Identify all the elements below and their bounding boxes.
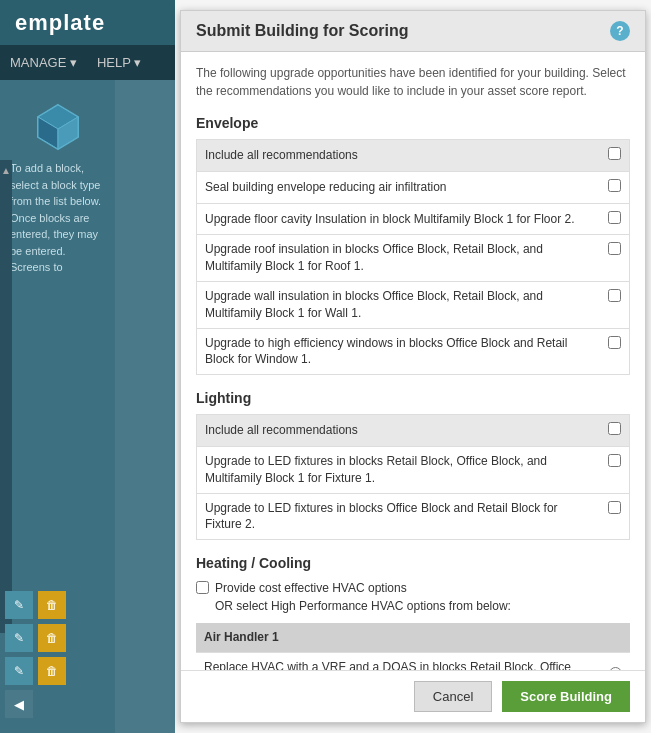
hvac-section: Provide cost effective HVAC options OR s… <box>196 579 630 670</box>
lighting-include-all-row: Include all recommendations <box>197 415 630 447</box>
delete-button-3[interactable]: 🗑 <box>38 657 66 685</box>
hvac-section-title: Heating / Cooling <box>196 555 630 571</box>
hvac-or-text: OR select High Performance HVAC options … <box>215 599 511 613</box>
envelope-row-3: Upgrade roof insulation in blocks Office… <box>197 235 630 282</box>
envelope-include-all-cell[interactable] <box>600 140 630 172</box>
envelope-item-3-cell[interactable] <box>600 235 630 282</box>
hvac-checkbox-label: Provide cost effective HVAC options OR s… <box>215 579 511 615</box>
envelope-item-4-text: Upgrade wall insulation in blocks Office… <box>197 281 601 328</box>
envelope-row-5: Upgrade to high efficiency windows in bl… <box>197 328 630 375</box>
help-icon[interactable]: ? <box>610 21 630 41</box>
envelope-item-3-text: Upgrade roof insulation in blocks Office… <box>197 235 601 282</box>
lighting-item-2-text: Upgrade to LED fixtures in blocks Office… <box>197 493 601 540</box>
envelope-include-all-text: Include all recommendations <box>197 140 601 172</box>
sidebar-icon-area <box>10 100 105 150</box>
lighting-include-all-checkbox[interactable] <box>608 422 621 435</box>
sidebar-btn-row-1: ✎ 🗑 <box>5 591 103 619</box>
envelope-row-4: Upgrade wall insulation in blocks Office… <box>197 281 630 328</box>
lighting-include-all-cell[interactable] <box>600 415 630 447</box>
modal-header: Submit Building for Scoring ? <box>181 11 645 52</box>
edit-button-3[interactable]: ✎ <box>5 657 33 685</box>
hvac-checkbox-row: Provide cost effective HVAC options OR s… <box>196 579 630 615</box>
cancel-button[interactable]: Cancel <box>414 681 492 712</box>
envelope-item-5-text: Upgrade to high efficiency windows in bl… <box>197 328 601 375</box>
envelope-section-title: Envelope <box>196 115 630 131</box>
lighting-include-all-text: Include all recommendations <box>197 415 601 447</box>
app-background: emplate MANAGE ▾ HELP ▾ To add a block, … <box>0 0 651 733</box>
delete-button-1[interactable]: 🗑 <box>38 591 66 619</box>
nav-help[interactable]: HELP ▾ <box>97 55 141 70</box>
lighting-item-1-text: Upgrade to LED fixtures in blocks Retail… <box>197 446 601 493</box>
envelope-item-2-text: Upgrade floor cavity Insulation in block… <box>197 203 601 235</box>
envelope-item-5-cell[interactable] <box>600 328 630 375</box>
triangle-button[interactable]: ◀ <box>5 690 33 718</box>
sidebar-bottom-row: ◀ <box>5 690 103 718</box>
envelope-include-all-row: Include all recommendations <box>197 140 630 172</box>
air-handler-header-row: Air Handler 1 <box>196 623 630 652</box>
modal-title: Submit Building for Scoring <box>196 22 408 40</box>
edit-button-1[interactable]: ✎ <box>5 591 33 619</box>
envelope-item-5-checkbox[interactable] <box>608 336 621 349</box>
envelope-item-3-checkbox[interactable] <box>608 242 621 255</box>
envelope-item-2-checkbox[interactable] <box>608 211 621 224</box>
modal-dialog: Submit Building for Scoring ? The follow… <box>180 10 646 723</box>
modal-body[interactable]: The following upgrade opportunities have… <box>181 52 645 670</box>
modal-overlay: Submit Building for Scoring ? The follow… <box>175 0 651 733</box>
modal-footer: Cancel Score Building <box>181 670 645 722</box>
lighting-item-2-checkbox[interactable] <box>608 501 621 514</box>
scroll-up-arrow[interactable]: ▲ <box>0 160 12 176</box>
hvac-sub-table: Air Handler 1 Replace HVAC with a VRF an… <box>196 623 630 670</box>
modal-intro: The following upgrade opportunities have… <box>196 64 630 100</box>
envelope-item-1-text: Seal building envelope reducing air infi… <box>197 171 601 203</box>
sidebar-scrollbar[interactable]: ▲ <box>0 160 12 633</box>
envelope-row-1: Seal building envelope reducing air infi… <box>197 171 630 203</box>
hvac-option-1-row: Replace HVAC with a VRF and a DOAS in bl… <box>196 652 630 670</box>
envelope-include-all-checkbox[interactable] <box>608 147 621 160</box>
envelope-table: Include all recommendations Seal buildin… <box>196 139 630 375</box>
envelope-row-2: Upgrade floor cavity Insulation in block… <box>197 203 630 235</box>
nav-manage[interactable]: MANAGE ▾ <box>10 55 77 70</box>
sidebar-text: To add a block, select a block type from… <box>10 160 105 276</box>
lighting-row-1: Upgrade to LED fixtures in blocks Retail… <box>197 446 630 493</box>
air-handler-header: Air Handler 1 <box>196 623 630 652</box>
delete-button-2[interactable]: 🗑 <box>38 624 66 652</box>
lighting-item-1-checkbox[interactable] <box>608 454 621 467</box>
lighting-table: Include all recommendations Upgrade to L… <box>196 414 630 540</box>
sidebar-btn-row-3: ✎ 🗑 <box>5 657 103 685</box>
sidebar-btn-row-2: ✎ 🗑 <box>5 624 103 652</box>
hvac-option-1-text: Replace HVAC with a VRF and a DOAS in bl… <box>196 652 601 670</box>
hvac-cost-effective-label: Provide cost effective HVAC options <box>215 581 407 595</box>
envelope-item-1-checkbox[interactable] <box>608 179 621 192</box>
hvac-cost-effective-checkbox[interactable] <box>196 581 209 594</box>
app-title: emplate <box>15 10 105 36</box>
score-building-button[interactable]: Score Building <box>502 681 630 712</box>
lighting-item-2-cell[interactable] <box>600 493 630 540</box>
edit-button-2[interactable]: ✎ <box>5 624 33 652</box>
cube-icon <box>33 100 83 150</box>
envelope-item-2-cell[interactable] <box>600 203 630 235</box>
lighting-section-title: Lighting <box>196 390 630 406</box>
sidebar-buttons: ✎ 🗑 ✎ 🗑 ✎ 🗑 ◀ <box>0 586 108 723</box>
envelope-item-1-cell[interactable] <box>600 171 630 203</box>
sidebar: To add a block, select a block type from… <box>0 80 115 733</box>
hvac-option-1-cell[interactable] <box>601 652 630 670</box>
envelope-item-4-checkbox[interactable] <box>608 289 621 302</box>
envelope-item-4-cell[interactable] <box>600 281 630 328</box>
lighting-row-2: Upgrade to LED fixtures in blocks Office… <box>197 493 630 540</box>
lighting-item-1-cell[interactable] <box>600 446 630 493</box>
